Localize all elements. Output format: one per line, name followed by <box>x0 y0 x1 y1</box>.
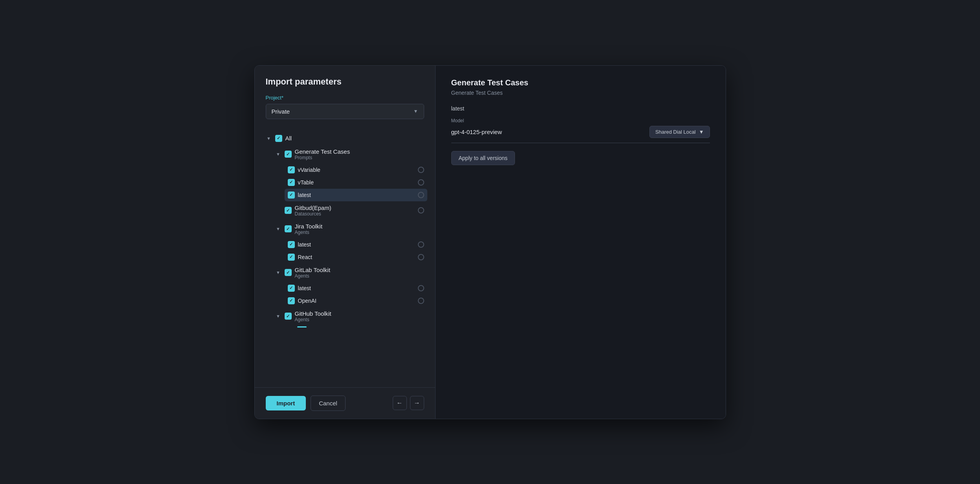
sub-item-label-vtable: vTable <box>298 179 415 186</box>
checkbox-gitlab[interactable]: ✓ <box>285 269 292 276</box>
group-header-github[interactable]: ▼ ✓ GitHub Toolkit Agents <box>275 307 424 326</box>
radio-vtable[interactable] <box>418 179 424 186</box>
group-name-gitbud: Gitbud(Epam) <box>295 204 415 211</box>
checkbox-vtable[interactable]: ✓ <box>288 179 295 186</box>
sub-items-jira: ✓ latest ✓ React <box>275 238 424 263</box>
group-type-github: Agents <box>295 317 331 322</box>
model-source-select[interactable]: Shared Dial Local ▼ <box>649 126 710 138</box>
left-panel-header: Import parameters Project* Private ▼ <box>255 66 435 127</box>
project-select[interactable]: Private ▼ <box>266 104 424 119</box>
right-panel: Generate Test Cases Generate Test Cases … <box>436 66 726 419</box>
checkbox-latest-gtc[interactable]: ✓ <box>288 191 295 199</box>
checkbox-github[interactable]: ✓ <box>285 313 292 320</box>
sub-item-variable[interactable]: ✓ vVariable <box>288 164 424 176</box>
radio-latest-gtc[interactable] <box>418 192 424 198</box>
group-header-gtc[interactable]: ▼ ✓ Generate Test Cases Prompts <box>275 145 424 164</box>
model-label: Model <box>451 118 710 123</box>
sub-item-latest-gtc[interactable]: ✓ latest <box>285 189 427 201</box>
group-name-gtc: Generate Test Cases <box>295 148 350 155</box>
group-header-gitlab[interactable]: ▼ ✓ GitLab Toolkit Agents <box>275 263 424 282</box>
sub-item-latest-jira[interactable]: ✓ latest <box>288 238 424 251</box>
sub-items-gitlab: ✓ latest ✓ OpenAI <box>275 282 424 307</box>
sub-item-label-latest-jira: latest <box>298 241 415 248</box>
group-name-github: GitHub Toolkit <box>295 310 331 317</box>
checkbox-openai[interactable]: ✓ <box>288 297 295 304</box>
radio-latest-jira[interactable] <box>418 241 424 248</box>
nav-arrows: ← → <box>393 396 424 410</box>
group-header-jira[interactable]: ▼ ✓ Jira Toolkit Agents <box>275 220 424 238</box>
sub-item-react[interactable]: ✓ React <box>288 251 424 263</box>
modal-overlay: Import parameters Project* Private ▼ ▼ <box>0 0 980 484</box>
group-jira: ▼ ✓ Jira Toolkit Agents <box>266 220 424 263</box>
checkbox-gitbud[interactable]: ✓ <box>285 207 292 214</box>
tree-root-all[interactable]: ▼ ✓ All <box>266 132 424 145</box>
chevron-down-icon: ▼ <box>414 109 418 114</box>
chevron-jira-icon[interactable]: ▼ <box>275 226 281 232</box>
group-header-gitbud[interactable]: ✓ Gitbud(Epam) Datasources <box>275 201 424 220</box>
radio-react[interactable] <box>418 254 424 260</box>
project-label: Project* <box>266 95 424 101</box>
cancel-button[interactable]: Cancel <box>311 396 346 411</box>
group-gitbud: ✓ Gitbud(Epam) Datasources <box>266 201 424 220</box>
sub-items-gtc: ✓ vVariable ✓ vTable <box>275 164 424 201</box>
group-type-jira: Agents <box>295 230 323 235</box>
all-label: All <box>285 135 292 142</box>
chevron-model-icon: ▼ <box>699 129 704 135</box>
model-select-row: gpt-4-0125-preview Shared Dial Local ▼ <box>451 126 710 143</box>
right-panel-title: Generate Test Cases <box>451 78 710 87</box>
sub-item-openai[interactable]: ✓ OpenAI <box>288 294 424 307</box>
sub-item-label-latest-gitlab: latest <box>298 285 415 291</box>
radio-latest-gitlab[interactable] <box>418 285 424 291</box>
checkbox-all[interactable]: ✓ <box>275 135 282 142</box>
modal-wrapper: Import parameters Project* Private ▼ ▼ <box>254 65 726 419</box>
version-badge: latest <box>451 105 710 112</box>
partial-indicator <box>297 326 307 328</box>
radio-variable[interactable] <box>418 167 424 173</box>
group-github: ▼ ✓ GitHub Toolkit Agents <box>266 307 424 328</box>
group-name-jira: Jira Toolkit <box>295 223 323 230</box>
model-name: gpt-4-0125-preview <box>451 129 650 135</box>
chevron-gitlab-icon[interactable]: ▼ <box>275 269 281 276</box>
group-type-gitlab: Agents <box>295 273 331 279</box>
group-generate-test-cases: ▼ ✓ Generate Test Cases Prompts <box>266 145 424 201</box>
group-gitlab: ▼ ✓ GitLab Toolkit Agents <box>266 263 424 307</box>
sub-item-vtable[interactable]: ✓ vTable <box>288 176 424 189</box>
sub-item-label-latest-gtc: latest <box>298 192 415 198</box>
checkbox-latest-jira[interactable]: ✓ <box>288 241 295 248</box>
chevron-github-icon[interactable]: ▼ <box>275 313 281 319</box>
panel-title: Import parameters <box>266 77 424 87</box>
tree-container: ▼ ✓ All ▼ ✓ <box>255 127 435 387</box>
group-type-gtc: Prompts <box>295 155 350 160</box>
checkbox-latest-gitlab[interactable]: ✓ <box>288 285 295 292</box>
left-panel: Import parameters Project* Private ▼ ▼ <box>255 66 436 419</box>
radio-openai[interactable] <box>418 298 424 304</box>
sub-item-label-variable: vVariable <box>298 167 415 173</box>
group-type-gitbud: Datasources <box>295 211 415 217</box>
left-panel-footer: Import Cancel ← → <box>255 387 435 419</box>
checkbox-gtc[interactable]: ✓ <box>285 151 292 158</box>
right-panel-subtitle: Generate Test Cases <box>451 90 710 96</box>
import-button[interactable]: Import <box>266 396 306 410</box>
checkbox-react[interactable]: ✓ <box>288 254 295 261</box>
group-name-gitlab: GitLab Toolkit <box>295 267 331 273</box>
checkbox-jira[interactable]: ✓ <box>285 225 292 232</box>
chevron-gtc-icon[interactable]: ▼ <box>275 151 281 157</box>
sub-item-label-react: React <box>298 254 415 260</box>
prev-arrow-button[interactable]: ← <box>393 396 407 410</box>
next-arrow-button[interactable]: → <box>410 396 424 410</box>
modal: Import parameters Project* Private ▼ ▼ <box>254 65 726 419</box>
sub-item-latest-gitlab[interactable]: ✓ latest <box>288 282 424 294</box>
apply-all-versions-button[interactable]: Apply to all versions <box>451 151 515 165</box>
sub-item-label-openai: OpenAI <box>298 298 415 304</box>
chevron-icon[interactable]: ▼ <box>266 135 272 142</box>
checkbox-variable[interactable]: ✓ <box>288 166 295 173</box>
radio-gitbud[interactable] <box>418 207 424 213</box>
